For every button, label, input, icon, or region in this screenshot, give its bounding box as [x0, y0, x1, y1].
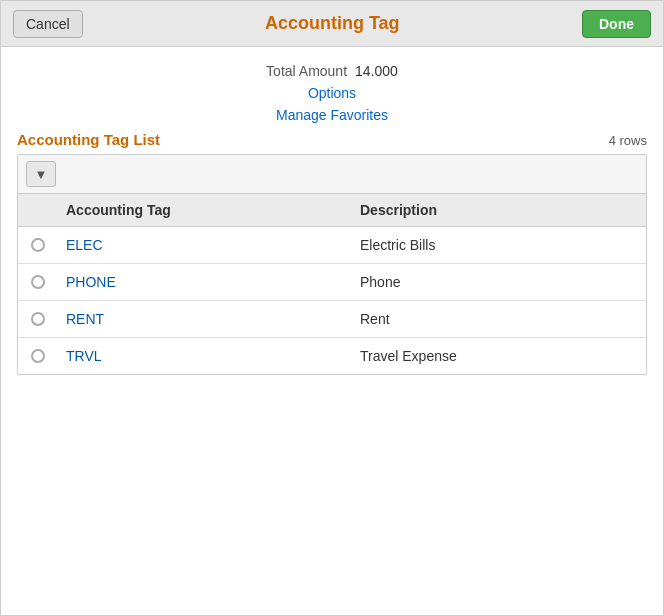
radio-rent[interactable]	[31, 312, 45, 326]
accounting-tag-dialog: Cancel Accounting Tag Done Total Amount …	[0, 0, 664, 616]
col-header-tag: Accounting Tag	[58, 202, 352, 218]
desc-phone: Phone	[352, 274, 646, 290]
radio-cell	[18, 275, 58, 289]
radio-cell	[18, 349, 58, 363]
done-button[interactable]: Done	[582, 10, 651, 38]
dialog-title: Accounting Tag	[83, 13, 582, 34]
tag-elec: ELEC	[58, 237, 352, 253]
desc-trvl: Travel Expense	[352, 348, 646, 364]
options-link[interactable]: Options	[308, 85, 356, 101]
radio-phone[interactable]	[31, 275, 45, 289]
table-row[interactable]: PHONE Phone	[18, 264, 646, 301]
manage-favorites-link[interactable]: Manage Favorites	[276, 107, 388, 123]
col-header-radio	[18, 202, 58, 218]
row-count: 4 rows	[609, 133, 647, 148]
tag-rent: RENT	[58, 311, 352, 327]
filter-row: ▼	[18, 155, 646, 194]
radio-elec[interactable]	[31, 238, 45, 252]
tag-trvl: TRVL	[58, 348, 352, 364]
table-row[interactable]: TRVL Travel Expense	[18, 338, 646, 374]
table-header: Accounting Tag Description	[18, 194, 646, 227]
filter-button[interactable]: ▼	[26, 161, 56, 187]
radio-trvl[interactable]	[31, 349, 45, 363]
desc-rent: Rent	[352, 311, 646, 327]
col-header-desc: Description	[352, 202, 646, 218]
list-section: Accounting Tag List 4 rows ▼ Accounting …	[1, 131, 663, 615]
desc-elec: Electric Bills	[352, 237, 646, 253]
list-header-row: Accounting Tag List 4 rows	[17, 131, 647, 148]
table-row[interactable]: ELEC Electric Bills	[18, 227, 646, 264]
filter-icon: ▼	[35, 167, 48, 182]
tag-phone: PHONE	[58, 274, 352, 290]
total-value: 14.000	[355, 63, 398, 79]
summary-section: Total Amount 14.000 Options Manage Favor…	[1, 47, 663, 131]
table-row[interactable]: RENT Rent	[18, 301, 646, 338]
cancel-button[interactable]: Cancel	[13, 10, 83, 38]
list-title: Accounting Tag List	[17, 131, 160, 148]
radio-cell	[18, 238, 58, 252]
accounting-tag-list: ▼ Accounting Tag Description ELEC Electr…	[17, 154, 647, 375]
radio-cell	[18, 312, 58, 326]
dialog-header: Cancel Accounting Tag Done	[1, 1, 663, 47]
total-amount-row: Total Amount 14.000	[266, 63, 398, 79]
total-label: Total Amount	[266, 63, 347, 79]
